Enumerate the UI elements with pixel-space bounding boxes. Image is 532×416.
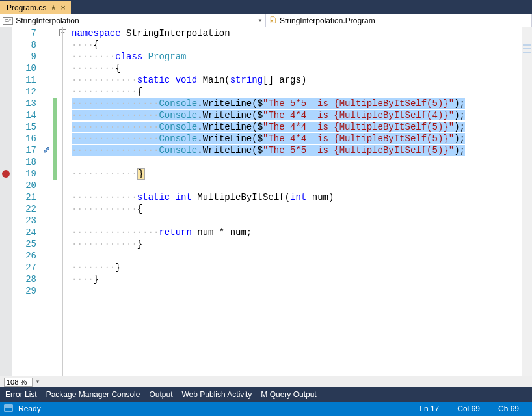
status-ch: Ch 69 — [489, 404, 528, 413]
output-panel-tabs: Error List Package Manager Console Outpu… — [0, 387, 532, 402]
breakpoint-margin[interactable] — [0, 27, 12, 376]
close-icon[interactable]: × — [60, 3, 66, 12]
class-icon — [269, 16, 277, 26]
csharp-badge: C# — [3, 17, 13, 25]
marker-margin — [42, 27, 53, 376]
text-cursor — [485, 145, 485, 156]
code-area[interactable]: namespace StringInterpolation ····{ ····… — [72, 27, 532, 376]
panel-tab-output[interactable]: Output — [149, 390, 172, 399]
breakpoint-icon[interactable] — [2, 170, 10, 178]
document-tab[interactable]: Program.cs × — [0, 1, 71, 14]
svg-rect-1 — [5, 405, 12, 411]
document-tab-bar: Program.cs × — [0, 0, 532, 14]
outlining-margin[interactable]: − − − − — [57, 27, 72, 376]
vertical-scrollbar[interactable] — [522, 27, 532, 376]
tab-title: Program.cs — [7, 3, 46, 12]
gutter: 78910 11121314 15161718 19202122 2324252… — [0, 27, 72, 376]
status-line: Ln 17 — [410, 404, 448, 413]
chevron-down-icon: ▼ — [258, 18, 263, 23]
project-dropdown[interactable]: C# StringInterpolation ▼ — [0, 14, 266, 27]
panel-tab-webpublish[interactable]: Web Publish Activity — [181, 390, 252, 399]
project-name: StringInterpolation — [16, 16, 79, 25]
status-ready: Ready — [18, 404, 41, 413]
zoom-input[interactable] — [4, 378, 33, 387]
status-col: Col 69 — [448, 404, 489, 413]
navigation-bar: C# StringInterpolation ▼ StringInterpola… — [0, 14, 532, 27]
class-dropdown[interactable]: StringInterpolation.Program — [266, 14, 532, 27]
pin-icon[interactable] — [50, 3, 57, 12]
window-icon — [4, 404, 13, 415]
panel-tab-errorlist[interactable]: Error List — [5, 390, 37, 399]
panel-tab-pmc[interactable]: Package Manager Console — [46, 390, 140, 399]
class-name: StringInterpolation.Program — [280, 16, 375, 25]
panel-tab-mquery[interactable]: M Query Output — [261, 390, 316, 399]
edit-marker-icon — [42, 146, 51, 156]
code-editor[interactable]: 78910 11121314 15161718 19202122 2324252… — [0, 27, 532, 376]
line-numbers: 78910 11121314 15161718 19202122 2324252… — [12, 27, 42, 376]
chevron-down-icon[interactable]: ▼ — [35, 379, 40, 385]
zoom-bar: ▼ — [0, 376, 532, 387]
status-bar: Ready Ln 17 Col 69 Ch 69 — [0, 402, 532, 416]
svg-point-0 — [271, 20, 273, 21]
